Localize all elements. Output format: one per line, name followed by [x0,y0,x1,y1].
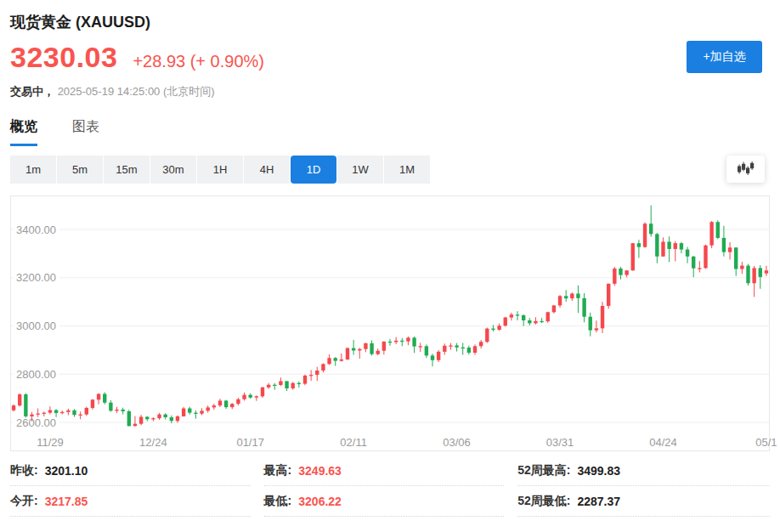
range-selector: 1m 5m 15m 30m 1H 4H 1D 1W 1M [10,156,430,184]
price-row: 3230.03 +28.93 (+ 0.90%) [10,41,264,74]
range-1d[interactable]: 1D [291,156,336,184]
page-title: 现货黄金 (XAUUSD) [10,12,150,32]
stat-low: 最低: 3206.22 [264,486,505,517]
range-1m[interactable]: 1m [10,156,56,184]
svg-text:2600.00: 2600.00 [16,416,56,429]
svg-text:02/11: 02/11 [340,436,367,449]
quote-page: 现货黄金 (XAUUSD) 3230.03 +28.93 (+ 0.90%) +… [0,0,780,532]
svg-text:2800.00: 2800.00 [16,368,56,381]
range-5m[interactable]: 5m [57,156,103,184]
svg-text:03/06: 03/06 [443,436,471,449]
tab-overview[interactable]: 概览 [10,118,37,146]
price-change: +28.93 (+ 0.90%) [133,52,264,71]
chart-toolbar: 1m 5m 15m 30m 1H 4H 1D 1W 1M [10,156,770,184]
svg-text:12/24: 12/24 [139,436,167,449]
range-1m-month[interactable]: 1M [384,156,430,184]
svg-text:3400.00: 3400.00 [16,224,56,236]
svg-text:03/31: 03/31 [546,436,574,449]
range-1w[interactable]: 1W [337,156,383,184]
quote-timestamp: 2025-05-19 14:25:00 (北京时间) [58,85,215,98]
tab-chart[interactable]: 图表 [72,118,99,146]
tab-bar: 概览 图表 [10,118,99,146]
stat-52w-low: 52周最低: 2287.37 [517,486,770,517]
stat-open: 今开: 3217.85 [10,486,251,517]
svg-text:01/17: 01/17 [236,436,264,449]
stat-52w-high: 52周最高: 3499.83 [517,456,770,486]
candlestick-icon [737,161,755,178]
trading-status: 交易中， [10,85,54,98]
svg-text:3200.00: 3200.00 [16,271,56,284]
status-row: 交易中， 2025-05-19 14:25:00 (北京时间) [10,84,215,99]
stats-column: 52周最高: 3499.83 52周最低: 2287.37 [517,456,770,517]
add-watchlist-button[interactable]: +加自选 [687,41,762,73]
range-4h[interactable]: 4H [244,156,290,184]
stats-column: 最高: 3249.63 最低: 3206.22 [264,456,505,517]
candlestick-chart: 3400.003200.003000.002800.002600.0011/29… [0,195,780,452]
chart-type-button[interactable] [726,156,765,183]
range-30m[interactable]: 30m [150,156,196,184]
current-price: 3230.03 [10,41,117,74]
range-15m[interactable]: 15m [104,156,150,184]
stats-panel: 昨收: 3201.10 今开: 3217.85 最高: 3249.63 最低: … [10,456,770,517]
stat-prev-close: 昨收: 3201.10 [10,456,251,486]
svg-text:04/24: 04/24 [649,436,677,449]
range-1h[interactable]: 1H [197,156,243,184]
svg-text:11/29: 11/29 [37,436,64,449]
stat-high: 最高: 3249.63 [264,456,505,486]
svg-text:05/1: 05/1 [755,436,777,449]
stats-column: 昨收: 3201.10 今开: 3217.85 [10,456,251,517]
svg-text:3000.00: 3000.00 [16,320,56,332]
